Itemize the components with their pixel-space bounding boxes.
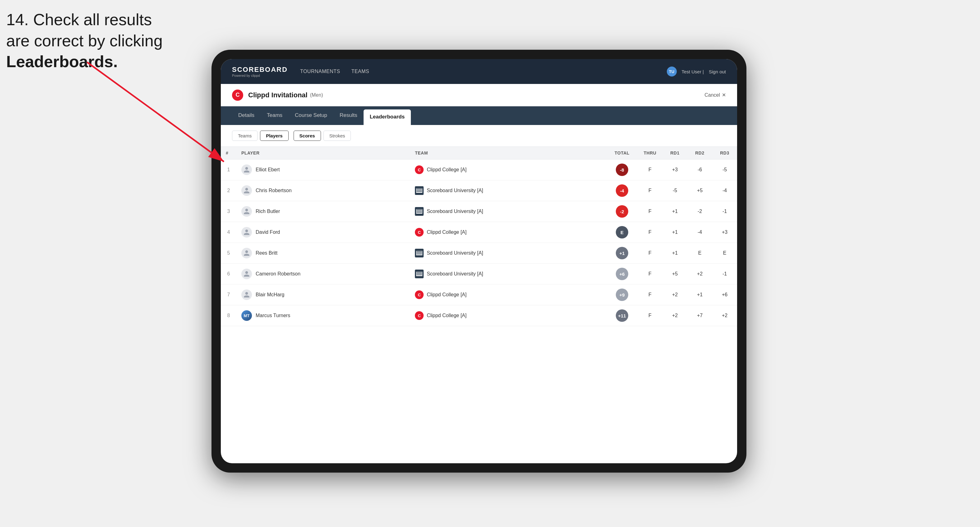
results-table: # PLAYER TEAM TOTAL THRU RD1 RD2 RD3 1 E… (221, 147, 737, 326)
sub-tab-scores[interactable]: Scores (294, 130, 321, 141)
nav-teams[interactable]: TEAMS (352, 67, 369, 76)
row-rd2: E (687, 243, 712, 264)
row-player: Rees Britt (236, 243, 410, 264)
app-header: SCOREBOARD Powered by clippd TOURNAMENTS… (221, 59, 737, 84)
score-badge: -8 (616, 163, 628, 176)
row-thru: F (638, 159, 662, 180)
team-name: Scoreboard University [A] (427, 250, 483, 256)
row-total: E (606, 222, 638, 243)
tab-leaderboards[interactable]: Leaderboards (364, 110, 411, 125)
header-right: TU Test User | Sign out (667, 67, 726, 76)
player-avatar (241, 268, 252, 279)
row-player: David Ford (236, 222, 410, 243)
player-avatar (241, 206, 252, 217)
sub-tabs: Teams Players Scores Strokes (221, 125, 737, 147)
row-position: 7 (221, 284, 236, 305)
row-rd1: +3 (662, 159, 687, 180)
row-rd2: +7 (687, 305, 712, 326)
team-logo-icon (415, 249, 423, 257)
row-rd2: -4 (687, 222, 712, 243)
table-body: 1 Elliot EbertCClippd College [A]-8F+3-6… (221, 159, 737, 326)
player-name: Chris Robertson (256, 188, 292, 194)
col-player: PLAYER (236, 147, 410, 159)
row-total: +6 (606, 264, 638, 284)
col-rd1: RD1 (662, 147, 687, 159)
nav-tournaments[interactable]: TOURNAMENTS (300, 67, 340, 76)
row-total: +9 (606, 284, 638, 305)
row-rd3: -4 (712, 180, 737, 201)
row-rd1: +1 (662, 201, 687, 222)
row-position: 5 (221, 243, 236, 264)
row-total: +11 (606, 305, 638, 326)
row-rd2: +5 (687, 180, 712, 201)
row-player: Blair McHarg (236, 284, 410, 305)
sub-tab-teams[interactable]: Teams (232, 130, 258, 141)
tab-navigation: Details Teams Course Setup Results Leade… (221, 106, 737, 125)
row-position: 4 (221, 222, 236, 243)
row-team: CClippd College [A] (410, 305, 606, 326)
player-name: Blair McHarg (256, 292, 284, 298)
score-badge: -2 (616, 205, 628, 217)
row-player: Cameron Robertson (236, 264, 410, 284)
row-rd3: -1 (712, 264, 737, 284)
col-thru: THRU (638, 147, 662, 159)
row-rd1: +1 (662, 222, 687, 243)
row-total: +1 (606, 243, 638, 264)
row-total: -8 (606, 159, 638, 180)
tab-results[interactable]: Results (333, 106, 364, 125)
row-total: -2 (606, 201, 638, 222)
col-team: TEAM (410, 147, 606, 159)
table-row: 3 Rich ButlerScoreboard University [A]-2… (221, 201, 737, 222)
sub-tab-players[interactable]: Players (260, 130, 288, 141)
col-pos: # (221, 147, 236, 159)
row-rd1: +5 (662, 264, 687, 284)
row-position: 6 (221, 264, 236, 284)
row-rd1: +1 (662, 243, 687, 264)
user-avatar: TU (667, 67, 677, 76)
row-position: 3 (221, 201, 236, 222)
team-name: Clippd College [A] (427, 229, 466, 235)
team-name: Scoreboard University [A] (427, 209, 483, 214)
row-rd2: +1 (687, 284, 712, 305)
row-position: 1 (221, 159, 236, 180)
row-rd3: +6 (712, 284, 737, 305)
user-name: Test User | (682, 69, 704, 74)
logo-title: SCOREBOARD (232, 66, 288, 74)
team-name: Clippd College [A] (427, 167, 466, 173)
row-team: Scoreboard University [A] (410, 264, 606, 284)
row-rd2: -6 (687, 159, 712, 180)
player-avatar (241, 289, 252, 300)
player-name: Rees Britt (256, 250, 277, 256)
score-badge: +1 (616, 247, 628, 259)
row-rd3: -1 (712, 201, 737, 222)
team-logo-icon: C (415, 228, 423, 237)
logo-area: SCOREBOARD Powered by clippd (232, 66, 288, 78)
table-row: 7 Blair McHargCClippd College [A]+9F+2+1… (221, 284, 737, 305)
tab-course-setup[interactable]: Course Setup (289, 106, 333, 125)
team-name: Scoreboard University [A] (427, 271, 483, 277)
row-team: Scoreboard University [A] (410, 243, 606, 264)
main-nav: TOURNAMENTS TEAMS (300, 67, 667, 76)
player-name: Cameron Robertson (256, 271, 301, 277)
table-row: 8MTMarcus TurnersCClippd College [A]+11F… (221, 305, 737, 326)
team-name: Clippd College [A] (427, 292, 466, 298)
row-rd3: +3 (712, 222, 737, 243)
sub-tab-strokes[interactable]: Strokes (323, 130, 351, 141)
score-badge: +6 (616, 268, 628, 280)
row-team: Scoreboard University [A] (410, 180, 606, 201)
tab-teams[interactable]: Teams (261, 106, 289, 125)
row-player: MTMarcus Turners (236, 305, 410, 326)
player-avatar: MT (241, 310, 252, 321)
team-logo-icon: C (415, 311, 423, 320)
score-badge: +11 (616, 310, 628, 322)
cancel-button[interactable]: Cancel ✕ (705, 92, 726, 98)
col-total: TOTAL (606, 147, 638, 159)
team-name: Clippd College [A] (427, 313, 466, 318)
tab-details[interactable]: Details (232, 106, 261, 125)
row-team: Scoreboard University [A] (410, 201, 606, 222)
player-avatar (241, 185, 252, 196)
row-rd1: +2 (662, 284, 687, 305)
logo-subtitle: Powered by clippd (232, 74, 288, 78)
table-row: 2 Chris RobertsonScoreboard University [… (221, 180, 737, 201)
sign-out-link[interactable]: Sign out (709, 69, 726, 74)
